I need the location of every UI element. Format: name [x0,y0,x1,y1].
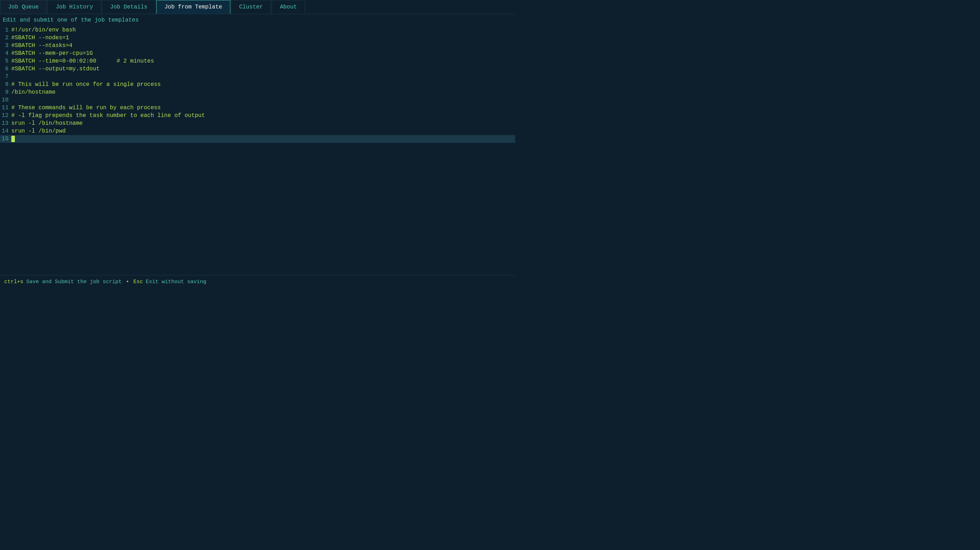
line-content-3: #SBATCH --ntasks=4 [11,42,515,49]
line-content-5: #SBATCH --time=0-00:02:00 # 2 minutes [11,57,515,65]
code-line-1: 1#!/usr/bin/env bash [0,26,515,34]
code-line-7: 7 [0,73,515,81]
tab-cluster[interactable]: Cluster [231,0,271,14]
code-line-10: 10 [0,96,515,104]
line-number-3: 3 [0,42,11,49]
line-number-10: 10 [0,96,11,104]
line-number-6: 6 [0,65,11,73]
status-bar: ctrl+s Save and Submit the job script • … [0,275,515,288]
line-content-13: srun -l /bin/hostname [11,119,515,127]
line-number-14: 14 [0,127,11,135]
shortcut-key-1: ctrl+s [4,279,23,285]
line-content-2: #SBATCH --nodes=1 [11,34,515,42]
code-line-5: 5#SBATCH --time=0-00:02:00 # 2 minutes [0,57,515,65]
tab-about[interactable]: About [272,0,305,14]
code-line-14: 14srun -l /bin/pwd [0,127,515,135]
subtitle: Edit and submit one of the job templates [0,14,515,26]
line-number-9: 9 [0,88,11,96]
cursor [11,136,15,142]
line-content-6: #SBATCH --output=my.stdout [11,65,515,73]
line-content-1: #!/usr/bin/env bash [11,26,515,34]
code-line-11: 11# These commands will be run by each p… [0,104,515,112]
line-number-4: 4 [0,49,11,57]
shortcut-key-2: Esc [134,279,143,285]
line-content-11: # These commands will be run by each pro… [11,104,515,112]
line-content-14: srun -l /bin/pwd [11,127,515,135]
line-content-8: # This will be run once for a single pro… [11,81,515,88]
line-content-4: #SBATCH --mem-per-cpu=1G [11,49,515,57]
line-number-5: 5 [0,57,11,65]
tab-job-from-template[interactable]: Job from Template [156,0,230,14]
code-line-8: 8# This will be run once for a single pr… [0,81,515,88]
line-number-11: 11 [0,104,11,112]
line-number-8: 8 [0,81,11,88]
code-area[interactable]: 1#!/usr/bin/env bash2#SBATCH --nodes=13#… [0,26,515,275]
shortcut-text-2: Exit without saving [146,279,206,285]
line-number-1: 1 [0,26,11,34]
editor: 1#!/usr/bin/env bash2#SBATCH --nodes=13#… [0,26,515,275]
code-line-3: 3#SBATCH --ntasks=4 [0,42,515,49]
line-content-9: /bin/hostname [11,88,515,96]
line-number-12: 12 [0,112,11,119]
code-line-13: 13srun -l /bin/hostname [0,119,515,127]
line-number-15: 15 [0,135,11,143]
code-line-6: 6#SBATCH --output=my.stdout [0,65,515,73]
status-dot: • [126,279,129,285]
code-line-4: 4#SBATCH --mem-per-cpu=1G [0,49,515,57]
code-line-12: 12# -l flag prepends the task number to … [0,112,515,119]
line-content-15 [11,135,515,143]
line-number-7: 7 [0,73,11,81]
shortcut-text-1: Save and Submit the job script [26,279,122,285]
line-number-2: 2 [0,34,11,42]
code-line-15: 15 [0,135,515,143]
line-number-13: 13 [0,119,11,127]
tab-job-history[interactable]: Job History [48,0,101,14]
line-content-12: # -l flag prepends the task number to ea… [11,112,515,119]
tab-job-details[interactable]: Job Details [102,0,156,14]
tab-bar: Job Queue Job History Job Details Job fr… [0,0,515,14]
tab-job-queue[interactable]: Job Queue [0,0,47,14]
code-line-2: 2#SBATCH --nodes=1 [0,34,515,42]
code-line-9: 9/bin/hostname [0,88,515,96]
